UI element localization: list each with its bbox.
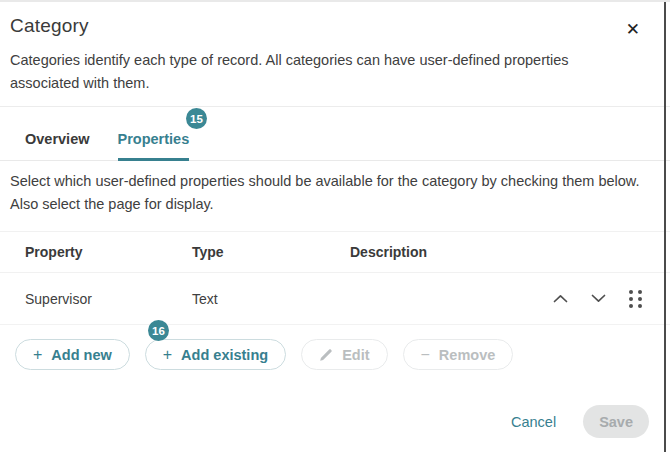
properties-table: Property Type Description Supervisor Tex… xyxy=(0,231,670,325)
minus-icon: − xyxy=(421,347,430,363)
table-header: Property Type Description xyxy=(0,231,670,273)
column-header-type: Type xyxy=(192,244,350,260)
chevron-up-icon[interactable] xyxy=(553,294,568,303)
save-button[interactable]: Save xyxy=(583,405,649,438)
category-dialog: Category ✕ Categories identify each type… xyxy=(0,2,670,452)
properties-instruction: Select which user-defined properties sho… xyxy=(0,161,670,216)
drag-handle-icon[interactable] xyxy=(629,290,642,308)
dialog-footer: Cancel Save xyxy=(511,405,649,438)
cell-type: Text xyxy=(192,291,350,307)
page-title: Category xyxy=(10,15,89,37)
properties-step-badge: 15 xyxy=(186,108,207,129)
table-row: Supervisor Text xyxy=(0,273,670,325)
edit-label: Edit xyxy=(342,347,369,363)
plus-icon: + xyxy=(33,347,42,363)
cancel-button[interactable]: Cancel xyxy=(511,414,556,430)
table-actions: + Add new + Add existing Edit − Remove 1… xyxy=(0,325,670,370)
window-edge xyxy=(664,2,666,452)
column-header-description: Description xyxy=(350,244,514,260)
close-icon[interactable]: ✕ xyxy=(624,17,642,42)
column-header-property: Property xyxy=(25,244,192,260)
tab-overview[interactable]: Overview xyxy=(25,124,90,160)
add-new-label: Add new xyxy=(51,347,111,363)
row-controls xyxy=(514,290,642,308)
remove-label: Remove xyxy=(439,347,495,363)
add-new-button[interactable]: + Add new xyxy=(15,339,130,370)
add-existing-step-badge: 16 xyxy=(148,320,169,341)
pencil-icon xyxy=(319,348,333,362)
add-existing-label: Add existing xyxy=(181,347,268,363)
plus-icon: + xyxy=(163,347,172,363)
edit-button[interactable]: Edit xyxy=(301,339,387,370)
add-existing-button[interactable]: + Add existing xyxy=(145,339,286,370)
remove-button[interactable]: − Remove xyxy=(403,339,514,370)
tab-properties[interactable]: Properties xyxy=(118,124,190,161)
cell-property: Supervisor xyxy=(25,291,192,307)
dialog-header: Category ✕ xyxy=(0,2,670,42)
tab-bar: Overview Properties 15 xyxy=(0,107,670,161)
dialog-description: Categories identify each type of record.… xyxy=(0,42,670,95)
chevron-down-icon[interactable] xyxy=(591,294,606,303)
